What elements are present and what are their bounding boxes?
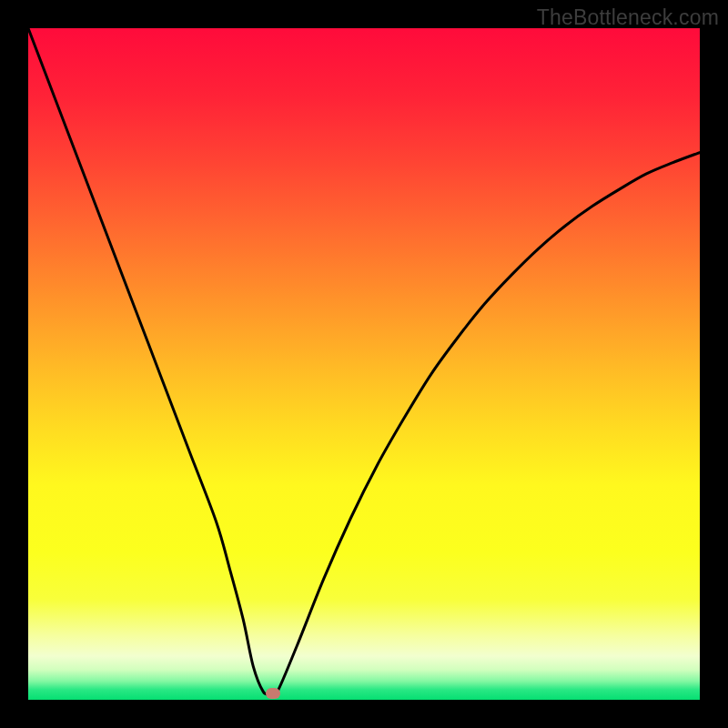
bottleneck-marker (266, 688, 280, 699)
watermark-text: TheBottleneck.com (537, 5, 719, 30)
plot-area (28, 28, 700, 700)
chart-frame: TheBottleneck.com (0, 0, 728, 728)
bottleneck-curve (28, 28, 700, 700)
